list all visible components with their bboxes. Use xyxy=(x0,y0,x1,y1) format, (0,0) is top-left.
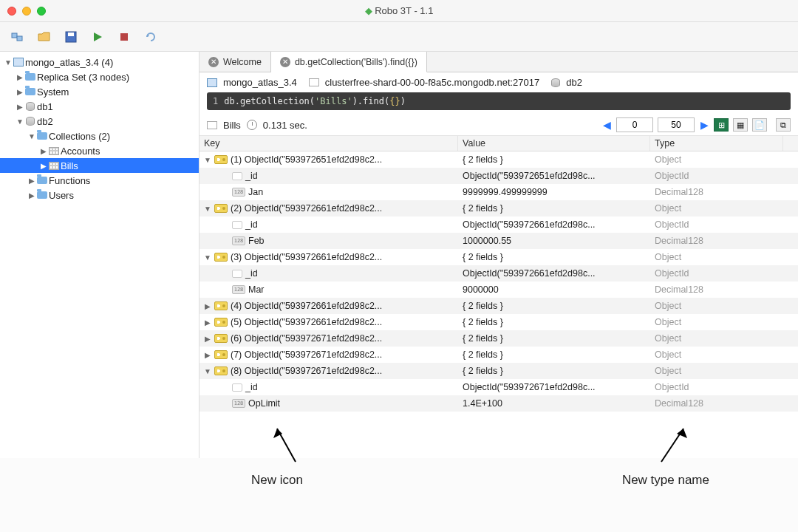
result-row[interactable]: _idObjectId("593972651efd2d98c...ObjectI… xyxy=(200,168,798,184)
result-row[interactable]: ▼(2) ObjectId("593972661efd2d98c2...{ 2 … xyxy=(200,200,798,216)
result-toolbar: Bills 0.131 sec. ◀ ▶ ⊞ ▦ 📄 ⧉ xyxy=(200,115,798,136)
titlebar: ◆ Robo 3T - 1.1 xyxy=(0,0,798,22)
arrow-annot-icon xyxy=(266,425,310,469)
minimize-window-icon[interactable] xyxy=(22,7,31,16)
query-editor[interactable]: 1 db.getCollection('Bills').find({}) xyxy=(207,92,791,110)
result-row[interactable]: 128Jan9999999.499999999Decimal128 xyxy=(200,184,798,200)
tree-item-db1[interactable]: ▶db1 xyxy=(0,99,199,114)
row-type: Decimal128 xyxy=(650,283,783,296)
document-icon xyxy=(214,350,228,359)
result-header: Key Value Type xyxy=(200,136,798,151)
field-icon xyxy=(232,270,242,278)
result-row[interactable]: _idObjectId("593972671efd2d98c...ObjectI… xyxy=(200,379,798,395)
row-key: (5) ObjectId("593972661efd2d98c2... xyxy=(231,317,382,327)
skip-input[interactable] xyxy=(616,117,653,132)
expand-toggle-icon[interactable]: ▼ xyxy=(204,253,211,262)
save-icon[interactable] xyxy=(64,30,78,44)
row-value: { 2 fields } xyxy=(458,316,650,329)
connection-tree[interactable]: ▼mongo_atlas_3.4 (4) ▶Replica Set (3 nod… xyxy=(0,52,200,458)
annot-new-icon: New icon xyxy=(251,473,303,488)
clock-icon xyxy=(247,120,257,130)
tree-view-button[interactable]: ⊞ xyxy=(714,118,729,132)
row-type: Object xyxy=(650,316,783,329)
expand-toggle-icon[interactable]: ▼ xyxy=(204,156,211,164)
tab-query[interactable]: ✕db.getCollection('Bills').find({}) xyxy=(271,52,427,72)
collection-icon xyxy=(207,121,217,129)
row-type: ObjectId xyxy=(650,218,783,231)
col-type[interactable]: Type xyxy=(650,136,783,151)
row-type: Object xyxy=(650,202,783,215)
result-row[interactable]: ▶(4) ObjectId("593972661efd2d98c2...{ 2 … xyxy=(200,298,798,314)
row-value: ObjectId("593972651efd2d98c... xyxy=(458,169,650,183)
expand-toggle-icon[interactable]: ▶ xyxy=(204,351,211,359)
row-key: _id xyxy=(245,219,258,230)
close-window-icon[interactable] xyxy=(7,7,16,16)
result-row[interactable]: 128OpLimit1.4E+100Decimal128 xyxy=(200,395,798,412)
field-icon xyxy=(232,172,242,180)
tree-item-server[interactable]: ▼mongo_atlas_3.4 (4) xyxy=(0,55,199,69)
limit-input[interactable] xyxy=(658,117,695,132)
expand-toggle-icon[interactable]: ▶ xyxy=(204,302,211,310)
document-icon xyxy=(214,301,228,310)
tree-item-db2[interactable]: ▼db2 xyxy=(0,114,199,129)
rotate-icon[interactable] xyxy=(143,30,158,44)
server-icon xyxy=(207,78,217,87)
row-key: (8) ObjectId("593972671efd2d98c2... xyxy=(231,366,382,376)
tree-item-replica[interactable]: ▶Replica Set (3 nodes) xyxy=(0,69,199,84)
collection-name: Bills xyxy=(223,120,241,131)
document-icon xyxy=(214,204,228,213)
tree-item-bills[interactable]: ▶Bills xyxy=(0,158,199,173)
row-value: { 2 fields } xyxy=(458,153,650,166)
text-view-button[interactable]: 📄 xyxy=(752,118,767,132)
next-page-button[interactable]: ▶ xyxy=(699,120,709,130)
result-row[interactable]: 128Feb1000000.55Decimal128 xyxy=(200,233,798,249)
execute-icon[interactable] xyxy=(90,30,105,44)
row-value: { 2 fields } xyxy=(458,364,650,378)
row-value: 1.4E+100 xyxy=(458,397,650,410)
connect-icon[interactable] xyxy=(10,30,25,44)
result-row[interactable]: _idObjectId("593972661efd2d98c...ObjectI… xyxy=(200,265,798,282)
row-type: Object xyxy=(650,153,783,166)
tab-welcome[interactable]: ✕Welcome xyxy=(200,52,271,72)
expand-toggle-icon[interactable]: ▶ xyxy=(204,335,211,343)
open-icon[interactable] xyxy=(37,30,52,44)
result-row[interactable]: ▼(8) ObjectId("593972671efd2d98c2...{ 2 … xyxy=(200,363,798,379)
result-row[interactable]: _idObjectId("593972661efd2d98c...ObjectI… xyxy=(200,216,798,233)
col-value[interactable]: Value xyxy=(458,136,650,151)
table-view-button[interactable]: ▦ xyxy=(733,118,748,132)
expand-view-button[interactable]: ⧉ xyxy=(776,118,791,132)
result-row[interactable]: ▶(5) ObjectId("593972661efd2d98c2...{ 2 … xyxy=(200,314,798,330)
col-key[interactable]: Key xyxy=(200,136,458,151)
result-row[interactable]: ▼(3) ObjectId("593972661efd2d98c2...{ 2 … xyxy=(200,249,798,265)
result-row[interactable]: ▶(7) ObjectId("593972671efd2d98c2...{ 2 … xyxy=(200,347,798,363)
close-icon[interactable]: ✕ xyxy=(208,57,219,67)
tree-item-accounts[interactable]: ▶Accounts xyxy=(0,143,199,158)
row-key: _id xyxy=(245,171,258,181)
close-icon[interactable]: ✕ xyxy=(280,57,290,67)
svg-rect-1 xyxy=(17,36,22,41)
stop-icon[interactable] xyxy=(117,30,132,44)
result-grid[interactable]: ▼(1) ObjectId("593972651efd2d98c2...{ 2 … xyxy=(200,151,798,458)
expand-toggle-icon[interactable]: ▶ xyxy=(204,318,211,327)
row-type: Decimal128 xyxy=(650,185,783,199)
svg-rect-3 xyxy=(68,33,74,36)
result-row[interactable]: ▼(1) ObjectId("593972651efd2d98c2...{ 2 … xyxy=(200,151,798,168)
tree-item-users[interactable]: ▶Users xyxy=(0,188,199,202)
arrow-annot-icon xyxy=(650,425,695,469)
field-icon xyxy=(232,383,242,392)
tree-item-system[interactable]: ▶System xyxy=(0,84,199,99)
host-icon xyxy=(309,78,319,86)
tree-item-collections[interactable]: ▼Collections (2) xyxy=(0,129,199,143)
maximize-window-icon[interactable] xyxy=(37,7,46,16)
prev-page-button[interactable]: ◀ xyxy=(601,120,612,130)
row-type: Object xyxy=(650,250,783,264)
expand-toggle-icon[interactable]: ▼ xyxy=(204,205,211,213)
row-value: ObjectId("593972661efd2d98c... xyxy=(458,218,650,231)
result-row[interactable]: 128Mar9000000Decimal128 xyxy=(200,282,798,298)
row-type: ObjectId xyxy=(650,267,783,280)
row-key: Jan xyxy=(248,187,263,197)
row-value: ObjectId("593972671efd2d98c... xyxy=(458,381,650,394)
expand-toggle-icon[interactable]: ▼ xyxy=(204,367,211,375)
result-row[interactable]: ▶(6) ObjectId("593972671efd2d98c2...{ 2 … xyxy=(200,330,798,347)
tree-item-functions[interactable]: ▶Functions xyxy=(0,173,199,188)
